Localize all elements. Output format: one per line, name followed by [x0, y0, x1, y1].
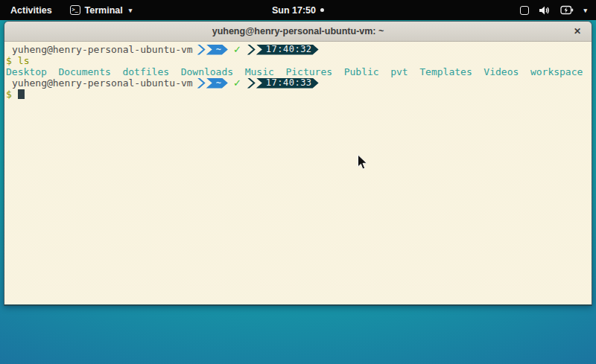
directory-name: Pictures: [285, 66, 332, 77]
directory-name: Music: [245, 66, 274, 77]
directory-name: Templates: [419, 66, 472, 77]
powerline-chevron-icon: [197, 78, 206, 89]
app-menu-label: Terminal: [85, 5, 123, 16]
prompt-path-segment: ~: [206, 78, 228, 89]
directory-name: dotfiles: [122, 66, 169, 77]
prompt-user: yuheng@henry-personal-ubuntu-vm: [6, 44, 193, 55]
terminal-icon: >_: [70, 5, 80, 15]
volume-icon: [539, 5, 551, 16]
chevron-down-icon: ▾: [583, 7, 587, 14]
app-menu-terminal[interactable]: >_ Terminal ▾: [63, 0, 140, 20]
clock-button[interactable]: Sun 17:50: [272, 0, 324, 20]
tray-square-icon: [520, 6, 529, 15]
prompt-path-segment: ~: [206, 45, 228, 55]
input-line: $: [6, 89, 590, 100]
prompt-line-1: yuheng@henry-personal-ubuntu-vm ~ ✓ 17:4…: [6, 44, 590, 55]
activities-label: Activities: [10, 5, 52, 16]
terminal-window: yuheng@henry-personal-ubuntu-vm: ~ ✕ yuh…: [4, 21, 592, 306]
check-icon: ✓: [233, 44, 241, 55]
clock-label: Sun 17:50: [272, 5, 316, 16]
prompt-user: yuheng@henry-personal-ubuntu-vm: [6, 77, 193, 89]
notification-dot-icon: [320, 8, 324, 12]
directory-name: Videos: [484, 66, 519, 77]
prompt-time-segment: 17:40:33: [256, 78, 319, 89]
battery-charging-icon: [560, 5, 574, 15]
check-icon: ✓: [233, 77, 241, 89]
directory-name: Downloads: [181, 66, 233, 77]
command-line: $ ls: [6, 55, 590, 66]
text-cursor: [18, 89, 25, 99]
directory-name: workspace: [530, 66, 583, 77]
powerline-chevron-icon: [247, 45, 256, 55]
ls-output-line: Desktop Documents dotfiles Downloads Mus…: [6, 66, 590, 77]
powerline-chevron-icon: [247, 78, 256, 89]
terminal-screen[interactable]: yuheng@henry-personal-ubuntu-vm ~ ✓ 17:4…: [4, 42, 592, 304]
command-text: ls: [18, 55, 30, 66]
prompt-symbol: $: [6, 89, 12, 100]
directory-name: Documents: [58, 66, 110, 77]
prompt-symbol: $: [6, 55, 12, 66]
system-status-menu[interactable]: ▾: [511, 0, 596, 20]
prompt-line-2: yuheng@henry-personal-ubuntu-vm ~ ✓ 17:4…: [6, 77, 590, 89]
top-bar: Activities >_ Terminal ▾ Sun 17:50 ▾: [0, 0, 596, 20]
directory-name: pvt: [390, 66, 408, 77]
directory-name: Public: [344, 66, 379, 77]
activities-button[interactable]: Activities: [0, 0, 63, 20]
close-icon[interactable]: ✕: [574, 27, 581, 36]
directory-name: Desktop: [6, 66, 47, 77]
prompt-time-segment: 17:40:32: [256, 45, 319, 55]
powerline-chevron-icon: [197, 45, 206, 55]
chevron-down-icon: ▾: [129, 7, 133, 14]
window-titlebar[interactable]: yuheng@henry-personal-ubuntu-vm: ~ ✕: [4, 22, 592, 42]
terminal-output: yuheng@henry-personal-ubuntu-vm ~ ✓ 17:4…: [6, 44, 590, 100]
window-title: yuheng@henry-personal-ubuntu-vm: ~: [212, 26, 384, 36]
